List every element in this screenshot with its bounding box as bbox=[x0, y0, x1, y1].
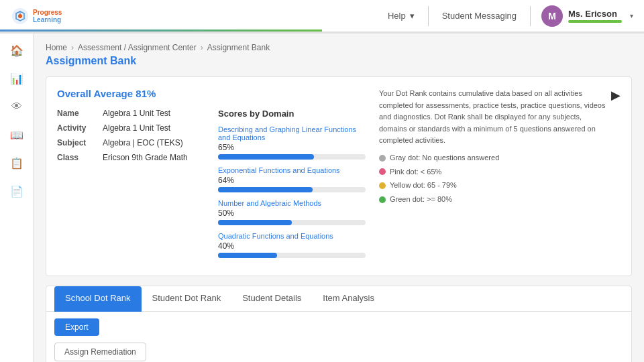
scores-block: Scores by Domain Describing and Graphing… bbox=[205, 109, 379, 265]
score-item-3: Quadratic Functions and Equations 40% bbox=[218, 232, 366, 258]
score-item-0: Describing and Graphing Linear Functions… bbox=[218, 125, 366, 160]
breadcrumb-current: Assignment Bank bbox=[207, 43, 270, 52]
help-chevron-icon: ▾ bbox=[410, 11, 415, 21]
overall-average: Overall Average 81% bbox=[57, 88, 379, 99]
svg-point-1 bbox=[18, 14, 22, 18]
breadcrumb-assessment[interactable]: Assessment / Assignment Center bbox=[78, 43, 197, 52]
sidebar-item-chart[interactable]: 📊 bbox=[7, 68, 27, 88]
sidebar-item-assignments[interactable]: 📋 bbox=[7, 153, 27, 173]
assignment-info-card: Overall Average 81% Name Algebra 1 Unit … bbox=[46, 76, 632, 276]
legend-block: Your Dot Rank contains cumulative data b… bbox=[379, 88, 611, 207]
tabs-row: School Dot Rank Student Dot Rank Student… bbox=[46, 286, 631, 312]
page-title: Assignment Bank bbox=[46, 55, 632, 67]
legend-green: Green dot: >= 80% bbox=[379, 194, 611, 206]
scores-title: Scores by Domain bbox=[218, 109, 366, 119]
tabs-actions: Export bbox=[46, 312, 631, 343]
username: Ms. Ericson bbox=[568, 9, 622, 19]
info-block: Name Algebra 1 Unit Test Activity Algebr… bbox=[57, 109, 191, 265]
sidebar-item-home[interactable]: 🏠 bbox=[7, 40, 27, 60]
top-navigation: Progress Learning Help ▾ Student Messagi… bbox=[0, 0, 644, 34]
user-menu[interactable]: M Ms. Ericson ▾ bbox=[541, 5, 633, 27]
breadcrumb-home[interactable]: Home bbox=[46, 43, 67, 52]
user-progress-bar bbox=[568, 20, 622, 23]
dot-pink-icon bbox=[379, 168, 386, 175]
sidebar: 🏠 📊 👁 📖 📋 📄 bbox=[0, 34, 34, 362]
expand-arrow-icon[interactable]: ▶ bbox=[611, 88, 621, 103]
assign-remediation-row: Assign Remediation bbox=[46, 343, 631, 362]
main-layout: 🏠 📊 👁 📖 📋 📄 Home › Assessment / Assignme… bbox=[0, 34, 644, 362]
tab-school-dot-rank[interactable]: School Dot Rank bbox=[54, 286, 142, 312]
info-class-row: Class Ericson 9th Grade Math bbox=[57, 153, 191, 162]
logo-icon bbox=[11, 7, 30, 25]
info-activity-row: Activity Algebra 1 Unit Test bbox=[57, 123, 191, 133]
avatar: M bbox=[541, 5, 563, 27]
legend-pink: Pink dot: < 65% bbox=[379, 166, 611, 178]
dot-yellow-icon bbox=[379, 182, 386, 189]
legend-gray: Gray dot: No questions answered bbox=[379, 152, 611, 164]
overall-value: 81% bbox=[136, 88, 156, 99]
logo-text: Progress Learning bbox=[33, 9, 62, 23]
assign-remediation-button[interactable]: Assign Remediation bbox=[54, 343, 146, 361]
dot-green-icon bbox=[379, 196, 386, 203]
nav-divider-1 bbox=[428, 6, 429, 26]
export-button[interactable]: Export bbox=[54, 318, 99, 336]
student-messaging-link[interactable]: Student Messaging bbox=[442, 11, 517, 21]
legend-description: Your Dot Rank contains cumulative data b… bbox=[379, 88, 611, 147]
sidebar-item-reports[interactable]: 👁 bbox=[7, 97, 27, 117]
score-item-2: Number and Algebraic Methods 50% bbox=[218, 199, 366, 225]
info-name-row: Name Algebra 1 Unit Test bbox=[57, 109, 191, 118]
breadcrumb-sep-1: › bbox=[71, 43, 74, 52]
sidebar-item-book[interactable]: 📖 bbox=[7, 125, 27, 145]
tabs-card: School Dot Rank Student Dot Rank Student… bbox=[46, 286, 632, 362]
info-subject-row: Subject Algebra | EOC (TEKS) bbox=[57, 138, 191, 147]
tab-item-analysis[interactable]: Item Analysis bbox=[312, 286, 385, 312]
help-menu[interactable]: Help ▾ bbox=[388, 11, 415, 21]
user-chevron-icon: ▾ bbox=[630, 12, 633, 19]
help-label: Help bbox=[388, 11, 406, 21]
info-scores-wrap: Name Algebra 1 Unit Test Activity Algebr… bbox=[57, 109, 379, 265]
breadcrumb: Home › Assessment / Assignment Center › … bbox=[46, 43, 632, 52]
page-progress-bar bbox=[0, 29, 322, 32]
logo: Progress Learning bbox=[11, 7, 71, 25]
nav-divider-2 bbox=[530, 6, 531, 26]
breadcrumb-sep-2: › bbox=[201, 43, 203, 52]
tab-student-details[interactable]: Student Details bbox=[231, 286, 312, 312]
legend-yellow: Yellow dot: 65 - 79% bbox=[379, 180, 611, 192]
main-content: Home › Assessment / Assignment Center › … bbox=[34, 34, 644, 362]
username-block: Ms. Ericson bbox=[568, 9, 622, 23]
sidebar-item-settings[interactable]: 📄 bbox=[7, 181, 27, 201]
dot-gray-icon bbox=[379, 155, 386, 162]
tab-student-dot-rank[interactable]: Student Dot Rank bbox=[142, 286, 232, 312]
score-item-1: Exponential Functions and Equations 64% bbox=[218, 166, 366, 192]
